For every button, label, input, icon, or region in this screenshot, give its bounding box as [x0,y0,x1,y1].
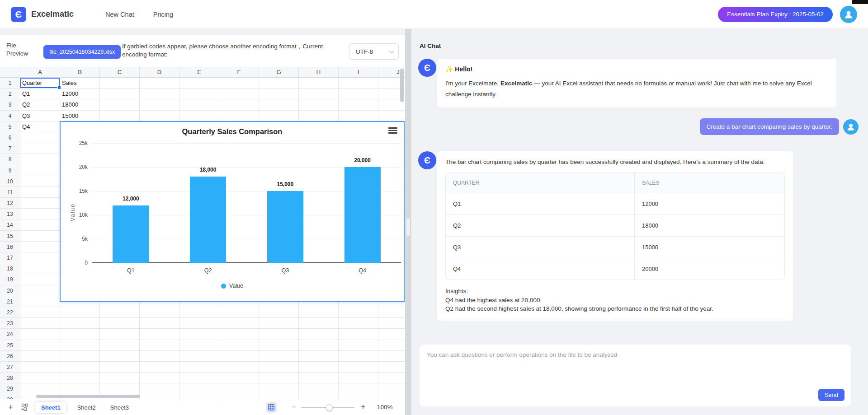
grid-cell-A6[interactable] [20,132,60,143]
row-header-11[interactable]: 11 [0,187,20,198]
row-header-12[interactable]: 12 [0,198,20,209]
grid-cell-G26[interactable] [259,351,299,362]
grid-cell-G29[interactable] [259,383,299,394]
grid-cell-F28[interactable] [219,373,259,383]
grid-cell-A11[interactable] [20,187,60,198]
sheet-tab-sheet2[interactable]: Sheet2 [74,402,99,413]
grid-cell-B27[interactable] [60,362,100,373]
grid-cell-I24[interactable] [339,329,378,340]
grid-cell-B26[interactable] [60,351,100,362]
row-header-26[interactable]: 26 [0,351,20,362]
grid-cell-G2[interactable] [259,89,299,99]
grid-cell-C1[interactable] [100,78,140,89]
row-header-1[interactable]: 1 [0,78,20,89]
grid-cell-A21[interactable] [20,296,60,307]
row-header-14[interactable]: 14 [0,219,20,230]
column-header-C[interactable]: C [100,67,140,78]
grid-cell-D2[interactable] [140,89,179,99]
grid-cell-F29[interactable] [219,383,259,394]
grid-cell-H24[interactable] [299,329,339,340]
grid-cell-A24[interactable] [20,329,60,340]
grid-cell-E1[interactable] [179,78,219,89]
grid-cell-F24[interactable] [219,329,259,340]
grid-cell-D30[interactable] [140,394,179,399]
pane-resize-divider[interactable] [405,29,411,415]
grid-cell-G1[interactable] [259,78,299,89]
grid-cell-F3[interactable] [219,99,259,110]
row-header-18[interactable]: 18 [0,263,20,274]
grid-cell-E3[interactable] [179,99,219,110]
grid-cell-C3[interactable] [100,99,140,110]
grid-cell-G28[interactable] [259,373,299,383]
grid-cell-F2[interactable] [219,89,259,99]
grid-cell-A19[interactable] [20,274,60,285]
row-header-21[interactable]: 21 [0,296,20,307]
column-header-F[interactable]: F [219,67,259,78]
grid-cell-I27[interactable] [339,362,378,373]
grid-view-button[interactable] [266,402,277,413]
add-sheet-button[interactable]: + [8,402,13,412]
row-header-30[interactable]: 30 [0,394,20,399]
grid-cell-F25[interactable] [219,340,259,351]
divider-drag-handle[interactable] [406,219,410,236]
grid-cell-A18[interactable] [20,263,60,274]
grid-cell-D29[interactable] [140,383,179,394]
grid-cell-A12[interactable] [20,198,60,209]
grid-cell-A26[interactable] [20,351,60,362]
grid-cell-D23[interactable] [140,318,179,329]
grid-cell-A25[interactable] [20,340,60,351]
zoom-out-button[interactable]: − [292,403,296,412]
grid-cell-H3[interactable] [299,99,339,110]
grid-cell-A17[interactable] [20,252,60,263]
grid-cell-F4[interactable] [219,111,259,121]
grid-cell-A9[interactable] [20,165,60,176]
zoom-slider-handle[interactable] [326,404,333,411]
grid-cell-D1[interactable] [140,78,179,89]
grid-cell-B29[interactable] [60,383,100,394]
grid-cell-G3[interactable] [259,99,299,110]
grid-cell-I4[interactable] [339,111,378,121]
grid-cell-H1[interactable] [299,78,339,89]
grid-cell-E29[interactable] [179,383,219,394]
row-header-10[interactable]: 10 [0,176,20,187]
all-sheets-icon[interactable] [21,403,29,413]
grid-cell-G22[interactable] [259,307,299,318]
grid-cell-B2[interactable]: 12000 [60,89,100,99]
grid-cell-J27[interactable] [378,362,405,373]
grid-cell-I22[interactable] [339,307,378,318]
file-name-chip[interactable]: file_20250418034229.xlsx [43,45,121,59]
column-header-I[interactable]: I [339,67,378,78]
embedded-chart[interactable]: Quarterly Sales Comparison Value 05k10k1… [60,121,405,302]
nav-item-new-chat[interactable]: New Chat [105,11,134,18]
row-header-3[interactable]: 3 [0,99,20,110]
row-header-6[interactable]: 6 [0,132,20,143]
grid-cell-C26[interactable] [100,351,140,362]
grid-cell-B24[interactable] [60,329,100,340]
chart-menu-icon[interactable] [388,127,397,135]
grid-cell-J26[interactable] [378,351,405,362]
grid-cell-A23[interactable] [20,318,60,329]
grid-cell-F26[interactable] [219,351,259,362]
grid-cell-C27[interactable] [100,362,140,373]
grid-cell-C4[interactable] [100,111,140,121]
column-header-G[interactable]: G [259,67,299,78]
grid-cell-J23[interactable] [378,318,405,329]
row-header-29[interactable]: 29 [0,383,20,394]
row-header-19[interactable]: 19 [0,274,20,285]
grid-cell-C22[interactable] [100,307,140,318]
grid-cell-F23[interactable] [219,318,259,329]
row-header-25[interactable]: 25 [0,340,20,351]
grid-cell-B23[interactable] [60,318,100,329]
grid-cell-B3[interactable]: 18000 [60,99,100,110]
grid-cell-A22[interactable] [20,307,60,318]
grid-cell-C25[interactable] [100,340,140,351]
grid-cell-F1[interactable] [219,78,259,89]
row-header-2[interactable]: 2 [0,89,20,99]
grid-cell-D27[interactable] [140,362,179,373]
row-header-16[interactable]: 16 [0,242,20,252]
grid-cell-A1[interactable]: Quarter [20,78,60,89]
grid-cell-C2[interactable] [100,89,140,99]
grid-cell-E27[interactable] [179,362,219,373]
user-avatar[interactable] [840,6,857,23]
grid-cell-E26[interactable] [179,351,219,362]
